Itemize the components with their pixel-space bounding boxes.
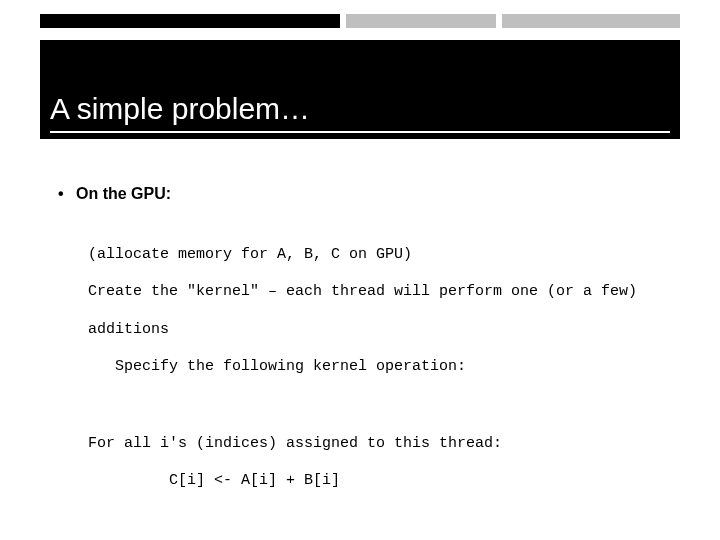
slide-body: • On the GPU: (allocate memory for A, B,…: [58, 185, 680, 540]
code-line: (allocate memory for A, B, C on GPU): [88, 246, 680, 265]
bullet-text: On the GPU:: [76, 185, 171, 203]
code-block: (allocate memory for A, B, C on GPU) Cre…: [88, 227, 680, 540]
code-line: Specify the following kernel operation:: [88, 358, 680, 377]
code-line: C[i] <- A[i] + B[i]: [88, 472, 680, 491]
accent-segment-black: [40, 14, 340, 28]
code-line: For all i's (indices) assigned to this t…: [88, 435, 680, 454]
title-underline: [50, 131, 670, 133]
accent-segment-grey: [346, 14, 496, 28]
code-line: additions: [88, 321, 680, 340]
bullet-dot-icon: •: [58, 185, 76, 203]
slide-title: A simple problem…: [50, 92, 670, 125]
top-accent-bar: [40, 14, 680, 28]
code-line: Create the "kernel" – each thread will p…: [88, 283, 680, 302]
slide: A simple problem… • On the GPU: (allocat…: [0, 0, 720, 540]
accent-segment-grey: [502, 14, 680, 28]
title-block: A simple problem…: [40, 40, 680, 139]
bullet-item: • On the GPU:: [58, 185, 680, 203]
